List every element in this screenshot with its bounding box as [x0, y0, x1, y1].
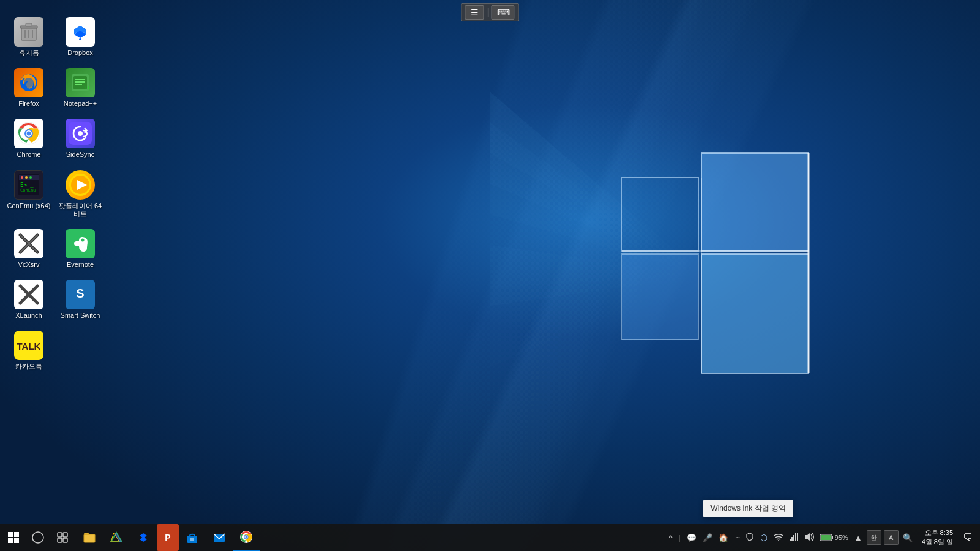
svg-text:++: ++: [85, 85, 91, 91]
dropbox-label: Dropbox: [67, 49, 93, 57]
battery-percent: 95%: [835, 534, 848, 541]
clock-date: 4월 8일 일: [922, 538, 953, 547]
svg-rect-7: [701, 153, 809, 251]
taskbar: P: [0, 524, 980, 551]
tray-search[interactable]: 🔍: [901, 533, 914, 542]
icon-row-7: TALK 카카오톡: [3, 326, 106, 375]
keyboard-icon: ⌨: [497, 7, 510, 17]
tray-ime-toggle[interactable]: 한: [867, 530, 881, 545]
menu-button[interactable]: ☰: [465, 5, 484, 20]
svg-rect-73: [84, 534, 95, 542]
evernote-label: Evernote: [67, 261, 94, 269]
svg-rect-80: [190, 538, 194, 541]
notification-button[interactable]: 🗨: [960, 524, 975, 551]
kakao-image: TALK: [14, 331, 43, 360]
tray-battery[interactable]: 95%: [818, 534, 850, 541]
chrome-image: [14, 119, 43, 148]
tray-mic[interactable]: 🎤: [701, 533, 714, 542]
svg-rect-87: [790, 539, 791, 541]
task-view-button[interactable]: [49, 524, 76, 551]
icon-firefox[interactable]: Firefox: [4, 64, 53, 111]
taskbar-clock[interactable]: 오후 8:35 4월 8일 일: [917, 528, 958, 547]
svg-text:TALK: TALK: [17, 341, 40, 351]
icon-smartswitch[interactable]: S Smart Switch: [56, 276, 105, 323]
tray-security[interactable]: [744, 533, 756, 543]
svg-point-56: [81, 238, 85, 241]
smartswitch-image: S: [66, 280, 95, 309]
firefox-image: [14, 68, 43, 97]
svg-rect-64: [8, 532, 13, 537]
chrome-label: Chrome: [17, 151, 40, 159]
vcxsrv-label: VcXsrv: [18, 261, 40, 269]
svg-rect-66: [8, 538, 13, 543]
svg-point-44: [29, 176, 32, 179]
svg-point-85: [246, 536, 247, 538]
icon-vcxsrv[interactable]: VcXsrv: [4, 225, 53, 272]
recycle-bin-image: [14, 17, 43, 47]
svg-text:S: S: [76, 287, 84, 300]
tray-bluetooth[interactable]: ⬡: [758, 533, 769, 542]
icon-sidesync[interactable]: SideSync: [56, 115, 105, 162]
icon-notepadpp[interactable]: ++ Notepad++: [56, 64, 105, 111]
tray-home[interactable]: 🏠: [717, 533, 730, 542]
windows-ink-tooltip: Windows Ink 작업 영역: [703, 500, 793, 517]
svg-rect-72: [63, 538, 67, 542]
svg-rect-9: [701, 254, 809, 373]
tray-speech[interactable]: 💬: [685, 533, 698, 542]
icon-row-3: Chrome SideSync: [3, 114, 106, 163]
cortana-button[interactable]: [27, 524, 49, 551]
mail-taskbar[interactable]: [206, 524, 233, 551]
icon-potplayer[interactable]: 팟플레이어 64 비트: [56, 167, 105, 222]
icon-chrome[interactable]: Chrome: [4, 115, 53, 162]
menu-icon: ☰: [470, 7, 478, 17]
svg-rect-94: [832, 536, 833, 539]
taskbar-items: P: [27, 524, 662, 551]
file-explorer-taskbar[interactable]: [76, 524, 103, 551]
dropbox-image: [66, 17, 95, 47]
icon-row-4: E> _ ConEmu ConEmu (x64) 팟플레이어 64 비트: [3, 165, 106, 223]
svg-rect-88: [791, 537, 793, 541]
chrome-taskbar[interactable]: [233, 524, 260, 551]
tray-overflow[interactable]: ^: [667, 533, 674, 542]
potplayer-label: 팟플레이어 64 비트: [58, 202, 102, 218]
keyboard-button[interactable]: ⌨: [492, 5, 515, 20]
kakao-label: 카카오톡: [15, 362, 42, 370]
conemu-label: ConEmu (x64): [7, 202, 51, 210]
notepadpp-image: ++: [66, 68, 95, 97]
icon-dropbox[interactable]: Dropbox: [56, 13, 105, 61]
svg-marker-78: [140, 537, 147, 542]
icon-kakao[interactable]: TALK 카카오톡: [4, 327, 53, 374]
store-taskbar[interactable]: [179, 524, 206, 551]
svg-rect-69: [58, 533, 62, 537]
sidesync-label: SideSync: [66, 151, 94, 159]
svg-point-68: [32, 532, 43, 543]
tray-ime-mode[interactable]: A: [884, 530, 899, 545]
powerpoint-taskbar[interactable]: P: [157, 524, 179, 551]
tray-ellipsis[interactable]: ···: [733, 532, 741, 543]
svg-text:E> _: E> _: [20, 182, 34, 188]
google-drive-taskbar[interactable]: [103, 524, 130, 551]
dropbox-taskbar[interactable]: [130, 524, 157, 551]
clock-time: 오후 8:35: [925, 528, 953, 538]
windows-logo: [490, 31, 919, 490]
icon-row-1: 휴지통 Dropbox: [3, 12, 106, 62]
tray-arrow-up[interactable]: ▲: [853, 533, 864, 542]
svg-rect-70: [63, 533, 67, 537]
svg-rect-71: [58, 538, 62, 542]
icon-conemu[interactable]: E> _ ConEmu ConEmu (x64): [4, 167, 53, 222]
icon-xlaunch[interactable]: XLaunch: [4, 276, 53, 323]
tray-volume[interactable]: [802, 533, 816, 543]
svg-point-86: [778, 540, 779, 541]
svg-rect-95: [821, 535, 831, 540]
icon-recycle-bin[interactable]: 휴지통: [4, 13, 53, 61]
smartswitch-label: Smart Switch: [61, 312, 100, 320]
tray-wifi[interactable]: [772, 533, 785, 543]
tray-signal[interactable]: [788, 533, 800, 543]
svg-point-36: [27, 132, 31, 136]
taskbar-tray: ^ | 💬 🎤 🏠 ··· ⬡: [662, 524, 980, 551]
svg-point-23: [79, 38, 81, 40]
start-button[interactable]: [0, 524, 27, 551]
svg-point-42: [21, 176, 23, 179]
icon-evernote[interactable]: Evernote: [56, 225, 105, 272]
tray-separator: |: [677, 533, 682, 542]
